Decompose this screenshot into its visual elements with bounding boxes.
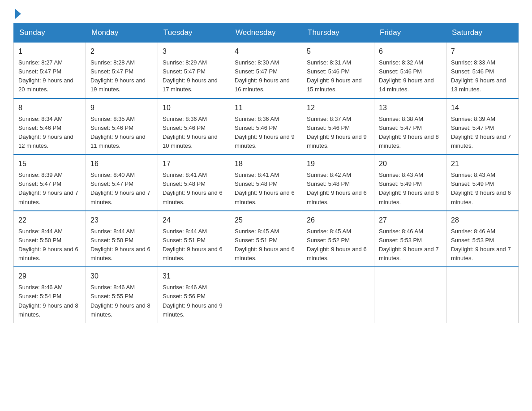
- day-number: 9: [90, 103, 153, 113]
- weekday-header-friday: Friday: [374, 24, 446, 43]
- day-number: 23: [90, 215, 153, 226]
- calendar-cell: 26Sunrise: 8:45 AMSunset: 5:52 PMDayligh…: [302, 211, 374, 267]
- day-number: 22: [18, 215, 81, 226]
- calendar-cell: 5Sunrise: 8:31 AMSunset: 5:46 PMDaylight…: [302, 42, 374, 98]
- cell-info: Sunrise: 8:35 AMSunset: 5:46 PMDaylight:…: [90, 115, 153, 151]
- day-number: 31: [163, 271, 225, 282]
- logo-arrow-icon: [15, 9, 21, 19]
- calendar-cell: [374, 267, 446, 323]
- day-number: 28: [451, 215, 514, 226]
- day-number: 16: [90, 158, 153, 169]
- calendar-cell: 12Sunrise: 8:37 AMSunset: 5:46 PMDayligh…: [302, 98, 374, 155]
- day-number: 10: [163, 103, 225, 113]
- day-number: 3: [163, 46, 225, 57]
- day-number: 7: [451, 46, 514, 57]
- calendar-cell: 17Sunrise: 8:41 AMSunset: 5:48 PMDayligh…: [158, 154, 230, 211]
- calendar-cell: 15Sunrise: 8:39 AMSunset: 5:47 PMDayligh…: [14, 154, 86, 211]
- logo: [13, 9, 21, 19]
- weekday-header-saturday: Saturday: [446, 24, 519, 43]
- day-number: 14: [451, 103, 514, 113]
- calendar-cell: 6Sunrise: 8:32 AMSunset: 5:46 PMDaylight…: [374, 42, 446, 98]
- calendar-week-row: 22Sunrise: 8:44 AMSunset: 5:50 PMDayligh…: [14, 211, 519, 267]
- day-number: 6: [379, 46, 442, 57]
- calendar-cell: 10Sunrise: 8:36 AMSunset: 5:46 PMDayligh…: [158, 98, 230, 155]
- day-number: 24: [163, 215, 225, 226]
- day-number: 21: [451, 158, 514, 169]
- day-number: 8: [18, 103, 81, 113]
- calendar-cell: 20Sunrise: 8:43 AMSunset: 5:49 PMDayligh…: [374, 154, 446, 211]
- weekday-header-monday: Monday: [86, 24, 158, 43]
- weekday-header-wednesday: Wednesday: [230, 24, 302, 43]
- day-number: 11: [235, 103, 297, 113]
- page-header: [13, 9, 519, 19]
- cell-info: Sunrise: 8:45 AMSunset: 5:52 PMDaylight:…: [307, 227, 369, 263]
- calendar-cell: 13Sunrise: 8:38 AMSunset: 5:47 PMDayligh…: [374, 98, 446, 155]
- calendar-cell: 30Sunrise: 8:46 AMSunset: 5:55 PMDayligh…: [86, 267, 158, 323]
- cell-info: Sunrise: 8:46 AMSunset: 5:53 PMDaylight:…: [379, 227, 442, 263]
- calendar-cell: 16Sunrise: 8:40 AMSunset: 5:47 PMDayligh…: [86, 154, 158, 211]
- cell-info: Sunrise: 8:32 AMSunset: 5:46 PMDaylight:…: [379, 58, 442, 94]
- day-number: 19: [307, 158, 369, 169]
- weekday-header-thursday: Thursday: [302, 24, 374, 43]
- day-number: 27: [379, 215, 442, 226]
- cell-info: Sunrise: 8:33 AMSunset: 5:46 PMDaylight:…: [451, 58, 514, 94]
- calendar-cell: 18Sunrise: 8:41 AMSunset: 5:48 PMDayligh…: [230, 154, 302, 211]
- calendar-week-row: 15Sunrise: 8:39 AMSunset: 5:47 PMDayligh…: [14, 154, 519, 211]
- calendar-cell: 1Sunrise: 8:27 AMSunset: 5:47 PMDaylight…: [14, 42, 86, 98]
- cell-info: Sunrise: 8:37 AMSunset: 5:46 PMDaylight:…: [307, 115, 369, 151]
- cell-info: Sunrise: 8:30 AMSunset: 5:47 PMDaylight:…: [235, 58, 297, 94]
- calendar-week-row: 1Sunrise: 8:27 AMSunset: 5:47 PMDaylight…: [14, 42, 519, 98]
- cell-info: Sunrise: 8:46 AMSunset: 5:55 PMDaylight:…: [90, 283, 153, 319]
- cell-info: Sunrise: 8:46 AMSunset: 5:56 PMDaylight:…: [163, 283, 225, 319]
- day-number: 20: [379, 158, 442, 169]
- day-number: 12: [307, 103, 369, 113]
- calendar-week-row: 8Sunrise: 8:34 AMSunset: 5:46 PMDaylight…: [14, 98, 519, 155]
- cell-info: Sunrise: 8:29 AMSunset: 5:47 PMDaylight:…: [163, 58, 225, 94]
- calendar-cell: 28Sunrise: 8:46 AMSunset: 5:53 PMDayligh…: [446, 211, 519, 267]
- cell-info: Sunrise: 8:46 AMSunset: 5:53 PMDaylight:…: [451, 227, 514, 263]
- cell-info: Sunrise: 8:46 AMSunset: 5:54 PMDaylight:…: [18, 283, 81, 319]
- cell-info: Sunrise: 8:44 AMSunset: 5:50 PMDaylight:…: [18, 227, 81, 263]
- calendar-week-row: 29Sunrise: 8:46 AMSunset: 5:54 PMDayligh…: [14, 267, 519, 323]
- calendar-cell: 3Sunrise: 8:29 AMSunset: 5:47 PMDaylight…: [158, 42, 230, 98]
- calendar-cell: 22Sunrise: 8:44 AMSunset: 5:50 PMDayligh…: [14, 211, 86, 267]
- cell-info: Sunrise: 8:39 AMSunset: 5:47 PMDaylight:…: [451, 115, 514, 151]
- cell-info: Sunrise: 8:41 AMSunset: 5:48 PMDaylight:…: [163, 171, 225, 207]
- cell-info: Sunrise: 8:38 AMSunset: 5:47 PMDaylight:…: [379, 115, 442, 151]
- calendar-cell: 23Sunrise: 8:44 AMSunset: 5:50 PMDayligh…: [86, 211, 158, 267]
- day-number: 5: [307, 46, 369, 57]
- cell-info: Sunrise: 8:27 AMSunset: 5:47 PMDaylight:…: [18, 58, 81, 94]
- cell-info: Sunrise: 8:39 AMSunset: 5:47 PMDaylight:…: [18, 171, 81, 207]
- day-number: 17: [163, 158, 225, 169]
- day-number: 4: [235, 46, 297, 57]
- calendar-cell: 7Sunrise: 8:33 AMSunset: 5:46 PMDaylight…: [446, 42, 519, 98]
- day-number: 26: [307, 215, 369, 226]
- cell-info: Sunrise: 8:34 AMSunset: 5:46 PMDaylight:…: [18, 115, 81, 151]
- cell-info: Sunrise: 8:44 AMSunset: 5:51 PMDaylight:…: [163, 227, 225, 263]
- calendar-cell: 11Sunrise: 8:36 AMSunset: 5:46 PMDayligh…: [230, 98, 302, 155]
- calendar-table: SundayMondayTuesdayWednesdayThursdayFrid…: [13, 23, 519, 323]
- cell-info: Sunrise: 8:43 AMSunset: 5:49 PMDaylight:…: [379, 171, 442, 207]
- calendar-cell: 19Sunrise: 8:42 AMSunset: 5:48 PMDayligh…: [302, 154, 374, 211]
- cell-info: Sunrise: 8:36 AMSunset: 5:46 PMDaylight:…: [163, 115, 225, 151]
- cell-info: Sunrise: 8:28 AMSunset: 5:47 PMDaylight:…: [90, 58, 153, 94]
- calendar-cell: 9Sunrise: 8:35 AMSunset: 5:46 PMDaylight…: [86, 98, 158, 155]
- calendar-cell: [302, 267, 374, 323]
- calendar-cell: [230, 267, 302, 323]
- cell-info: Sunrise: 8:31 AMSunset: 5:46 PMDaylight:…: [307, 58, 369, 94]
- calendar-cell: [446, 267, 519, 323]
- calendar-cell: 24Sunrise: 8:44 AMSunset: 5:51 PMDayligh…: [158, 211, 230, 267]
- day-number: 18: [235, 158, 297, 169]
- day-number: 1: [18, 46, 81, 57]
- weekday-header-sunday: Sunday: [14, 24, 86, 43]
- day-number: 25: [235, 215, 297, 226]
- cell-info: Sunrise: 8:42 AMSunset: 5:48 PMDaylight:…: [307, 171, 369, 207]
- calendar-cell: 4Sunrise: 8:30 AMSunset: 5:47 PMDaylight…: [230, 42, 302, 98]
- calendar-cell: 31Sunrise: 8:46 AMSunset: 5:56 PMDayligh…: [158, 267, 230, 323]
- day-number: 2: [90, 46, 153, 57]
- cell-info: Sunrise: 8:40 AMSunset: 5:47 PMDaylight:…: [90, 171, 153, 207]
- cell-info: Sunrise: 8:41 AMSunset: 5:48 PMDaylight:…: [235, 171, 297, 207]
- calendar-cell: 8Sunrise: 8:34 AMSunset: 5:46 PMDaylight…: [14, 98, 86, 155]
- cell-info: Sunrise: 8:44 AMSunset: 5:50 PMDaylight:…: [90, 227, 153, 263]
- calendar-cell: 14Sunrise: 8:39 AMSunset: 5:47 PMDayligh…: [446, 98, 519, 155]
